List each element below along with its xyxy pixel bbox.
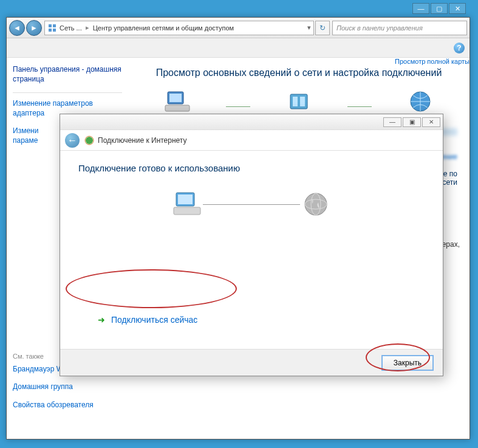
connection-line: [203, 204, 300, 205]
dialog-body: Подключение готово к использованию ➜ Под…: [60, 151, 443, 349]
close-button[interactable]: Закрыть: [382, 356, 433, 370]
sidebar-sep: [13, 92, 122, 93]
dialog-back-button[interactable]: ←: [65, 133, 80, 148]
svg-rect-14: [178, 195, 193, 204]
arrow-right-icon: ➜: [98, 315, 105, 325]
connection-diagram: [78, 190, 425, 218]
sidebar-home[interactable]: Панель управления - домашняя страница: [13, 65, 122, 84]
nav-forward-button[interactable]: ►: [26, 20, 42, 36]
computer-icon: [164, 89, 191, 114]
svg-rect-0: [49, 24, 52, 27]
svg-rect-3: [53, 29, 56, 32]
toolbar: ?: [7, 38, 469, 58]
search-input[interactable]: Поиск в панели управления: [332, 21, 467, 35]
chrome-close[interactable]: ✕: [449, 3, 466, 14]
connect-now-label: Подключиться сейчас: [111, 315, 197, 325]
dialog-title: Подключение к Интернету: [98, 136, 187, 145]
search-placeholder: Поиск в панели управления: [336, 24, 423, 32]
svg-rect-6: [165, 105, 189, 111]
refresh-button[interactable]: ↻: [315, 21, 330, 35]
chrome-window-controls: — ▢ ✕: [412, 3, 466, 14]
svg-rect-5: [169, 94, 182, 102]
breadcrumb[interactable]: Сеть ... ▸ Центр управления сетями и общ…: [44, 21, 314, 35]
chrome-maximize[interactable]: ▢: [431, 3, 448, 14]
connect-now-link[interactable]: ➜ Подключиться сейчас: [98, 315, 197, 325]
computer-icon: [171, 190, 203, 218]
svg-point-11: [86, 137, 93, 144]
svg-rect-1: [53, 24, 56, 27]
network-globe-icon: [84, 136, 94, 145]
dialog-maximize[interactable]: ▣: [403, 117, 421, 127]
dialog-close-x[interactable]: ✕: [422, 117, 440, 127]
view-full-map-link[interactable]: Просмотр полной карты: [395, 58, 469, 65]
breadcrumb-dropdown-icon[interactable]: ▾: [307, 24, 311, 32]
breadcrumb-root[interactable]: Сеть ...: [60, 24, 82, 32]
help-icon[interactable]: ?: [454, 43, 465, 53]
chrome-minimize[interactable]: —: [412, 3, 429, 14]
globe-gray-icon: [300, 190, 332, 218]
network-icon: [47, 23, 57, 33]
svg-point-16: [305, 193, 327, 215]
svg-rect-2: [49, 29, 52, 32]
sidebar-homegroup[interactable]: Домашняя группа: [13, 382, 122, 392]
page-title: Просмотр основных сведений о сети и наст…: [140, 67, 457, 78]
dialog-minimize[interactable]: —: [383, 117, 401, 127]
map-line-2: [347, 106, 372, 107]
sidebar-browser[interactable]: Свойства обозревателя: [13, 401, 122, 410]
nav-bar: ◄ ► Сеть ... ▸ Центр управления сетями и…: [7, 18, 469, 38]
breadcrumb-page[interactable]: Центр управления сетями и общим доступом: [93, 24, 234, 32]
nav-back-button[interactable]: ◄: [9, 20, 25, 36]
dialog-titlebar: — ▣ ✕: [60, 114, 443, 130]
dialog-heading: Подключение готово к использованию: [78, 163, 425, 173]
dialog-footer: Закрыть: [60, 349, 443, 376]
dialog-header: ← Подключение к Интернету: [60, 130, 443, 151]
breadcrumb-sep: ▸: [86, 24, 89, 32]
map-line: [226, 106, 250, 107]
svg-rect-8: [293, 97, 298, 106]
svg-rect-9: [300, 97, 305, 106]
connection-dialog: — ▣ ✕ ← Подключение к Интернету Подключе…: [60, 114, 443, 376]
svg-rect-15: [174, 207, 200, 215]
network-device-icon: [285, 89, 312, 114]
globe-icon: [407, 89, 434, 114]
